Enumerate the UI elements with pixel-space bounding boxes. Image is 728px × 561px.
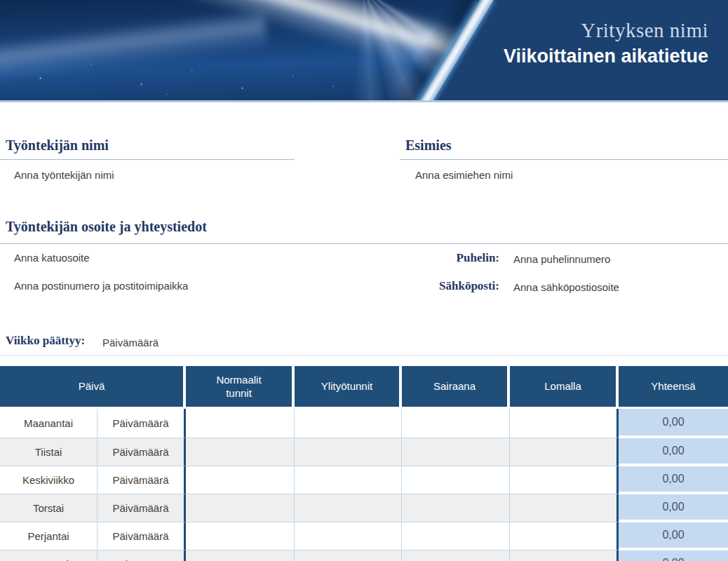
header-cell-day: Päivä [0, 366, 186, 409]
table-header-row: Päivä Normaalit tunnit Ylityötunnit Sair… [0, 366, 728, 409]
total-cell: 0,00 [619, 550, 728, 561]
overtime-hours-cell[interactable] [295, 550, 402, 561]
overtime-hours-cell[interactable] [295, 522, 402, 550]
header-cell-overtime: Ylityötunnit [295, 366, 402, 409]
overtime-hours-cell[interactable] [295, 409, 402, 438]
overtime-hours-cell[interactable] [295, 438, 402, 466]
table-row-saturday: Lauantai Päivämäärä 0,00 [0, 550, 728, 561]
timesheet-table: Päivä Normaalit tunnit Ylityötunnit Sair… [0, 366, 728, 561]
header-cell-sick: Sairaana [402, 366, 510, 409]
vacation-hours-cell[interactable] [510, 494, 619, 522]
vacation-hours-cell[interactable] [510, 522, 619, 550]
sick-hours-cell[interactable] [402, 438, 510, 466]
total-cell: 0,00 [619, 494, 728, 522]
date-cell[interactable]: Päivämäärä [97, 550, 186, 561]
overtime-hours-cell[interactable] [295, 466, 402, 494]
table-row-tuesday: Tiistai Päivämäärä 0,00 [0, 438, 728, 466]
header-banner: Yrityksen nimi Viikoittainen aikatietue [0, 0, 728, 102]
postal-code-field[interactable]: Anna postinumero ja postitoimipaikka [14, 280, 188, 292]
light-streak [0, 4, 269, 88]
email-field[interactable]: Anna sähköpostiosoite [513, 281, 619, 293]
date-cell[interactable]: Päivämäärä [97, 522, 186, 550]
sick-hours-cell[interactable] [402, 409, 510, 438]
normal-hours-cell[interactable] [186, 438, 295, 466]
table-row-wednesday: Keskiviikko Päivämäärä 0,00 [0, 466, 728, 494]
divider [400, 159, 728, 160]
divider [0, 243, 728, 244]
day-cell: Tiistai [0, 438, 97, 466]
header-cell-total: Yhteensä [619, 366, 728, 409]
sick-hours-cell[interactable] [402, 466, 510, 494]
sick-hours-cell[interactable] [402, 522, 510, 550]
divider [0, 159, 295, 160]
table-row-monday: Maanantai Päivämäärä 0,00 [0, 409, 728, 438]
day-cell: Perjantai [0, 522, 97, 550]
vacation-hours-cell[interactable] [510, 409, 619, 438]
overtime-hours-cell[interactable] [295, 494, 402, 522]
day-cell: Lauantai [0, 550, 97, 561]
contact-section-heading: Työntekijän osoite ja yhteystiedot [6, 219, 207, 235]
day-cell: Torstai [0, 494, 97, 522]
header-cell-normal-hours: Normaalit tunnit [186, 366, 295, 409]
employee-name-field[interactable]: Anna työntekijän nimi [14, 169, 114, 181]
normal-hours-cell[interactable] [186, 550, 295, 561]
date-cell[interactable]: Päivämäärä [97, 438, 186, 466]
email-label: Sähköposti: [393, 279, 499, 293]
date-cell[interactable]: Päivämäärä [97, 494, 186, 522]
vacation-hours-cell[interactable] [510, 438, 619, 466]
normal-hours-cell[interactable] [186, 409, 295, 438]
table-row-thursday: Torstai Päivämäärä 0,00 [0, 494, 728, 522]
sick-hours-cell[interactable] [402, 494, 510, 522]
total-cell: 0,00 [619, 522, 728, 550]
street-address-field[interactable]: Anna katuosoite [14, 252, 90, 264]
normal-hours-cell[interactable] [186, 522, 295, 550]
week-ending-date-field[interactable]: Päivämäärä [102, 337, 159, 349]
banner-titles: Yrityksen nimi Viikoittainen aikatietue [504, 18, 708, 67]
day-cell: Maanantai [0, 409, 97, 438]
normal-hours-cell[interactable] [186, 466, 295, 494]
vacation-hours-cell[interactable] [510, 550, 619, 561]
table-row-friday: Perjantai Päivämäärä 0,00 [0, 522, 728, 550]
week-ending-label: Viikko päättyy: [6, 334, 85, 348]
date-cell[interactable]: Päivämäärä [97, 466, 186, 494]
total-cell: 0,00 [619, 438, 728, 466]
sick-hours-cell[interactable] [402, 550, 510, 561]
header-cell-vacation: Lomalla [510, 366, 619, 409]
day-cell: Keskiviikko [0, 466, 97, 494]
divider [0, 355, 728, 356]
supervisor-heading: Esimies [405, 137, 452, 154]
supervisor-name-field[interactable]: Anna esimiehen nimi [415, 169, 513, 181]
total-cell: 0,00 [619, 409, 728, 438]
normal-hours-cell[interactable] [186, 494, 295, 522]
total-cell: 0,00 [619, 466, 728, 494]
company-name[interactable]: Yrityksen nimi [504, 18, 708, 42]
phone-field[interactable]: Anna puhelinnumero [513, 253, 610, 265]
vacation-hours-cell[interactable] [510, 466, 619, 494]
date-cell[interactable]: Päivämäärä [97, 409, 186, 438]
document-title: Viikoittainen aikatietue [504, 46, 708, 67]
phone-label: Puhelin: [393, 251, 499, 265]
employee-name-heading: Työntekijän nimi [6, 137, 109, 154]
